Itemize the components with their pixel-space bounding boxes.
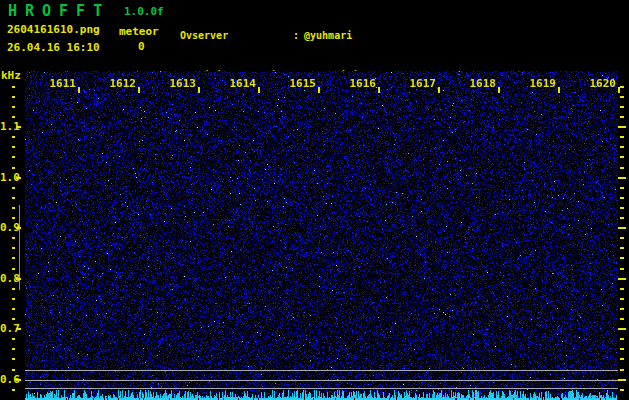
- y-axis-tick-right: [620, 187, 624, 189]
- x-axis-label: 1614: [230, 77, 257, 90]
- y-axis-tick-left: [12, 369, 15, 371]
- y-axis-tick-left: [12, 288, 15, 290]
- y-axis-tick-left: [12, 247, 15, 249]
- y-axis-tick-right: [620, 318, 624, 320]
- y-axis-label: 0.6: [0, 373, 17, 386]
- y-axis-tick-right: [620, 197, 624, 199]
- y-axis-tick-left: [12, 187, 15, 189]
- y-axis-tick-right: [620, 348, 624, 350]
- x-axis-label: 1613: [170, 77, 197, 90]
- y-axis-tick-right: [620, 217, 624, 219]
- y-axis-tick-left: [16, 328, 21, 330]
- y-axis-tick-right: [620, 116, 624, 118]
- y-axis-tick-right: [618, 177, 626, 179]
- y-axis-tick-right: [620, 358, 624, 360]
- x-axis-tick: [438, 87, 440, 93]
- observation-datetime: 26.04.16 16:10: [7, 42, 100, 54]
- x-axis-tick: [198, 87, 200, 93]
- y-axis-tick-right: [618, 126, 626, 128]
- y-axis-tick-left: [12, 197, 15, 199]
- y-axis-tick-left: [12, 237, 15, 239]
- y-axis-tick-left: [12, 298, 15, 300]
- meteor-count: 0: [138, 41, 145, 53]
- y-axis-tick-left: [12, 308, 15, 310]
- y-axis-label: 0.8: [0, 272, 17, 285]
- y-axis-tick-left: [12, 338, 15, 340]
- y-axis-tick-left: [12, 86, 15, 88]
- y-axis-tick-left: [12, 136, 15, 138]
- y-axis-tick-right: [620, 268, 624, 270]
- y-axis-tick-right: [620, 156, 624, 158]
- meteor-counter-label: meteor: [119, 26, 159, 38]
- y-axis-tick-right: [620, 369, 624, 371]
- x-axis-tick: [618, 87, 620, 93]
- y-axis-label: 0.9: [0, 221, 17, 234]
- y-axis-tick-right: [620, 86, 624, 88]
- info-separator: :: [293, 30, 299, 41]
- output-filename: 2604161610.png: [7, 24, 100, 36]
- y-axis-tick-right: [618, 227, 626, 229]
- x-axis-label: 1620: [590, 77, 617, 90]
- y-axis-tick-left: [12, 156, 15, 158]
- spectrogram-canvas: [25, 71, 618, 400]
- info-value: @yuhmari: [304, 30, 352, 41]
- y-axis-tick-left: [12, 167, 15, 169]
- app-title: HROFFT: [8, 3, 110, 20]
- y-axis-tick-right: [618, 328, 626, 330]
- y-axis-tick-left: [12, 217, 15, 219]
- y-axis-tick-right: [618, 278, 626, 280]
- x-axis-label: 1612: [110, 77, 137, 90]
- x-axis-label: 1618: [470, 77, 497, 90]
- x-axis-tick: [378, 87, 380, 93]
- y-axis-tick-right: [620, 288, 624, 290]
- x-axis-tick: [258, 87, 260, 93]
- y-axis-tick-left: [12, 96, 15, 98]
- y-axis-tick-right: [620, 207, 624, 209]
- y-axis-tick-left: [12, 207, 15, 209]
- y-axis-tick-right: [618, 379, 626, 381]
- y-axis-tick-right: [620, 136, 624, 138]
- y-axis-tick-right: [620, 389, 624, 391]
- y-axis-tick-right: [620, 96, 624, 98]
- y-axis-tick-left: [16, 227, 21, 229]
- app-version: 1.0.0f: [124, 6, 164, 18]
- y-axis-tick-right: [620, 146, 624, 148]
- y-axis-tick-right: [620, 237, 624, 239]
- info-label: Ovserver: [180, 29, 293, 42]
- x-axis-tick: [78, 87, 80, 93]
- x-axis-tick: [318, 87, 320, 93]
- y-axis-tick-right: [620, 106, 624, 108]
- x-axis-label: 1619: [530, 77, 557, 90]
- y-axis-tick-right: [620, 257, 624, 259]
- x-axis-label: 1617: [410, 77, 437, 90]
- y-axis-tick-left: [12, 257, 15, 259]
- y-axis-unit-label: kHz: [1, 70, 21, 82]
- y-axis-tick-right: [620, 167, 624, 169]
- y-axis-label: 1.0: [0, 171, 17, 184]
- x-axis-tick: [558, 87, 560, 93]
- y-axis-tick-left: [12, 358, 15, 360]
- hrofft-window: HROFFT 1.0.0f 2604161610.png meteor 26.0…: [0, 0, 629, 400]
- y-axis-tick-left: [12, 116, 15, 118]
- y-axis-label: 1.1: [0, 120, 17, 133]
- x-axis-tick: [138, 87, 140, 93]
- y-axis-tick-left: [16, 278, 21, 280]
- y-axis-tick-left: [12, 268, 15, 270]
- x-axis-label: 1616: [350, 77, 377, 90]
- y-axis-tick-left: [12, 106, 15, 108]
- info-line-observer: Ovserver:@yuhmari: [180, 29, 551, 42]
- x-axis-tick: [498, 87, 500, 93]
- x-axis-label: 1615: [290, 77, 317, 90]
- y-axis-tick-right: [620, 298, 624, 300]
- y-axis-tick-right: [620, 247, 624, 249]
- y-axis-tick-left: [12, 389, 15, 391]
- y-axis-label: 0.7: [0, 322, 17, 335]
- y-axis-tick-left: [16, 177, 21, 179]
- y-axis-tick-left: [12, 146, 15, 148]
- y-axis-tick-left: [16, 379, 21, 381]
- y-axis-tick-left: [12, 318, 15, 320]
- x-axis-label: 1611: [50, 77, 77, 90]
- y-axis-tick-right: [620, 308, 624, 310]
- y-axis-tick-right: [620, 338, 624, 340]
- y-axis-tick-left: [12, 348, 15, 350]
